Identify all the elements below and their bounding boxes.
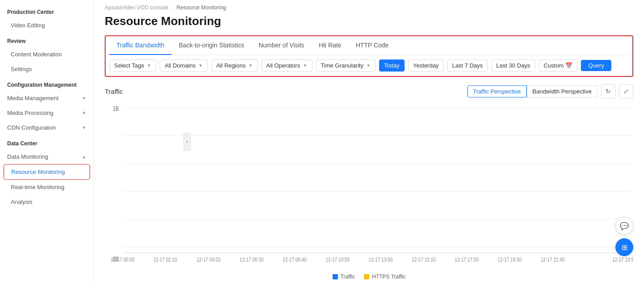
svg-text:12-17 00:00: 12-17 00:00 [111, 257, 134, 262]
yesterday-button[interactable]: Yesterday [408, 59, 444, 72]
time-granularity-label: Time Granularity [321, 62, 364, 69]
section-title-production: Production Center [0, 4, 94, 18]
chat-float-button[interactable]: 💬 [615, 217, 633, 235]
legend-dot-traffic [333, 274, 338, 279]
all-regions-dropdown[interactable]: All Regions ▼ [211, 59, 258, 72]
chat-icon: 💬 [620, 222, 629, 230]
section-title-config: Configuration Management [0, 76, 94, 91]
breadcrumb: ApsaraVideo VOD console ... Resource Mon… [94, 0, 644, 13]
traffic-perspective-button[interactable]: Traffic Perspective [467, 85, 527, 97]
calendar-icon: 📅 [565, 62, 572, 69]
svg-text:12-17 08:40: 12-17 08:40 [283, 257, 307, 262]
sidebar-item-media-management[interactable]: Media Management ▼ [0, 91, 94, 106]
tab-http-code[interactable]: HTTP Code [349, 36, 396, 55]
today-button[interactable]: Today [379, 59, 405, 72]
sidebar-section-config: Configuration Management Media Managemen… [0, 76, 94, 135]
query-button[interactable]: Query [581, 60, 611, 71]
filter-row: Select Tags ▼ All Domains ▼ All Regions … [106, 55, 632, 76]
main-content: ApsaraVideo VOD console ... Resource Mon… [94, 0, 644, 283]
sidebar-item-analysis[interactable]: Analysis [0, 194, 94, 209]
svg-text:12-17 15:10: 12-17 15:10 [412, 257, 435, 262]
legend-https-traffic: HTTPS Traffic [364, 274, 405, 280]
chart-wrap: 1B 0B 12-17 00:00 12-17 02:10 12-17 04:2… [105, 102, 633, 283]
sidebar-item-realtime-monitoring[interactable]: Real-time Monitoring [0, 180, 94, 194]
svg-text:12-17 06:30: 12-17 06:30 [240, 257, 264, 262]
tab-bar: Traffic Bandwidth Back-to-origin Statist… [106, 36, 632, 55]
svg-text:1B: 1B [113, 106, 119, 112]
bandwidth-perspective-button[interactable]: Bandwidth Perspective [527, 85, 597, 97]
chevron-down-icon: ▼ [82, 96, 86, 101]
tab-traffic-bandwidth[interactable]: Traffic Bandwidth [109, 36, 171, 55]
svg-text:12-17 19:30: 12-17 19:30 [498, 257, 521, 262]
chevron-down-icon: ▼ [198, 63, 203, 68]
svg-text:12-17 21:40: 12-17 21:40 [541, 257, 564, 262]
all-operators-dropdown[interactable]: All Operators ▼ [261, 59, 312, 72]
grid-icon: ⊞ [622, 243, 627, 252]
chevron-down-icon: ▼ [82, 125, 86, 130]
last-7-days-button[interactable]: Last 7 Days [447, 59, 488, 72]
select-tags-label: Select Tags [114, 62, 144, 69]
svg-text:12-17 17:20: 12-17 17:20 [455, 257, 478, 262]
chevron-down-icon: ▼ [248, 63, 253, 68]
legend-label-https: HTTPS Traffic [372, 274, 405, 280]
sidebar-collapse-button[interactable]: ‹ [183, 133, 191, 151]
grid-float-button[interactable]: ⊞ [615, 238, 633, 256]
svg-text:12-17 10:50: 12-17 10:50 [326, 257, 350, 262]
sidebar-item-data-monitoring[interactable]: Data Monitoring ▲ [0, 149, 94, 164]
breadcrumb-item-current: Resource Monitoring [177, 4, 226, 11]
time-granularity-dropdown[interactable]: Time Granularity ▼ [316, 59, 376, 72]
expand-icon: ⤢ [623, 88, 629, 95]
chevron-up-icon: ▲ [82, 154, 86, 159]
sidebar: Production Center Video Editing Review C… [0, 0, 94, 283]
sidebar-section-production: Production Center Video Editing [0, 4, 94, 33]
tab-number-of-visits[interactable]: Number of Visits [252, 36, 311, 55]
page-title: Resource Monitoring [94, 13, 644, 35]
sidebar-item-content-moderation[interactable]: Content Moderation [0, 47, 94, 62]
legend-dot-https [364, 274, 369, 279]
sidebar-item-resource-monitoring[interactable]: Resource Monitoring [4, 164, 90, 180]
chevron-down-icon: ▼ [303, 63, 307, 68]
chart-actions: Traffic Perspective Bandwidth Perspectiv… [467, 84, 633, 98]
section-title-review: Review [0, 33, 94, 47]
last-30-days-button[interactable]: Last 30 Days [491, 59, 535, 72]
chart-header: Traffic Traffic Perspective Bandwidth Pe… [105, 84, 633, 98]
sidebar-item-media-processing[interactable]: Media Processing ▼ [0, 106, 94, 120]
svg-text:12-17 02:10: 12-17 02:10 [153, 257, 177, 262]
select-tags-dropdown[interactable]: Select Tags ▼ [109, 59, 156, 72]
svg-text:12-17 04:20: 12-17 04:20 [197, 257, 221, 262]
breadcrumb-item-console[interactable]: ApsaraVideo VOD console [105, 4, 169, 11]
custom-date-button[interactable]: Custom 📅 [539, 59, 578, 72]
sidebar-item-video-editing[interactable]: Video Editing [0, 18, 94, 33]
refresh-button[interactable]: ↻ [601, 84, 615, 98]
traffic-chart: 1B 0B 12-17 00:00 12-17 02:10 12-17 04:2… [105, 102, 633, 270]
expand-button[interactable]: ⤢ [619, 84, 633, 98]
legend-traffic: Traffic [333, 274, 355, 280]
all-operators-label: All Operators [266, 62, 300, 69]
all-regions-label: All Regions [216, 62, 246, 69]
tabs-filter-wrapper: Traffic Bandwidth Back-to-origin Statist… [105, 35, 633, 77]
float-buttons: 💬 ⊞ [615, 217, 633, 256]
sidebar-item-settings[interactable]: Settings [0, 62, 94, 76]
svg-text:12-17 23:55: 12-17 23:55 [612, 257, 633, 262]
legend-label-traffic: Traffic [341, 274, 355, 280]
sidebar-item-cdn-configuration[interactable]: CDN Configuration ▼ [0, 120, 94, 135]
chart-legend: Traffic HTTPS Traffic [105, 271, 633, 280]
breadcrumb-separator: ... [171, 4, 175, 11]
tab-back-to-origin[interactable]: Back-to-origin Statistics [171, 36, 251, 55]
tab-hit-rate[interactable]: Hit Rate [311, 36, 349, 55]
chart-title: Traffic [105, 88, 123, 95]
custom-label: Custom [544, 62, 564, 69]
section-title-data: Data Center [0, 135, 94, 149]
all-domains-label: All Domains [165, 62, 196, 69]
sidebar-section-review: Review Content Moderation Settings [0, 33, 94, 76]
sidebar-section-data: Data Center Data Monitoring ▲ Resource M… [0, 135, 94, 209]
svg-text:12-17 13:00: 12-17 13:00 [369, 257, 392, 262]
chart-container: Traffic Traffic Perspective Bandwidth Pe… [94, 84, 644, 283]
all-domains-dropdown[interactable]: All Domains ▼ [160, 59, 208, 72]
chevron-down-icon: ▼ [366, 63, 371, 68]
refresh-icon: ↻ [606, 88, 611, 95]
chevron-down-icon: ▼ [82, 110, 86, 115]
chevron-down-icon: ▼ [147, 63, 151, 68]
